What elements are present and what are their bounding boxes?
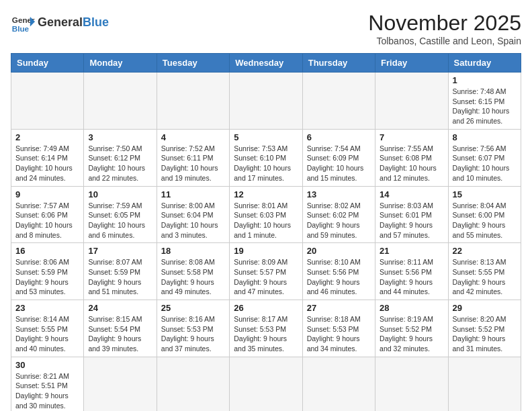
- day-number: 20: [307, 246, 371, 256]
- day-number: 21: [380, 246, 443, 256]
- calendar-cell: [11, 73, 84, 130]
- calendar-cell: 19Sunrise: 8:09 AM Sunset: 5:57 PM Dayli…: [230, 243, 302, 300]
- calendar-cell: [230, 357, 302, 411]
- day-info: Sunrise: 8:07 AM Sunset: 5:59 PM Dayligh…: [88, 257, 152, 297]
- calendar-cell: 13Sunrise: 8:02 AM Sunset: 6:02 PM Dayli…: [302, 186, 375, 243]
- location-subtitle: Tolbanos, Castille and Leon, Spain: [368, 36, 521, 46]
- day-number: 5: [234, 132, 298, 142]
- day-number: 14: [380, 189, 443, 199]
- day-number: 13: [307, 189, 371, 199]
- calendar-cell: 5Sunrise: 7:53 AM Sunset: 6:10 PM Daylig…: [230, 129, 302, 186]
- day-info: Sunrise: 8:10 AM Sunset: 5:56 PM Dayligh…: [307, 257, 371, 297]
- day-number: 30: [15, 360, 79, 370]
- day-info: Sunrise: 8:16 AM Sunset: 5:53 PM Dayligh…: [161, 314, 225, 354]
- weekday-header-friday: Friday: [375, 54, 448, 73]
- day-info: Sunrise: 7:48 AM Sunset: 6:15 PM Dayligh…: [453, 87, 517, 126]
- day-info: Sunrise: 8:13 AM Sunset: 5:55 PM Dayligh…: [453, 257, 517, 297]
- day-info: Sunrise: 8:04 AM Sunset: 6:00 PM Dayligh…: [453, 201, 517, 240]
- logo-icon: General Blue: [11, 11, 35, 35]
- day-info: Sunrise: 8:02 AM Sunset: 6:02 PM Dayligh…: [307, 201, 371, 240]
- day-info: Sunrise: 8:18 AM Sunset: 5:53 PM Dayligh…: [307, 314, 371, 354]
- calendar-cell: [84, 357, 157, 411]
- day-number: 7: [380, 132, 443, 142]
- calendar-cell: 2Sunrise: 7:49 AM Sunset: 6:14 PM Daylig…: [11, 129, 84, 186]
- day-number: 26: [234, 303, 298, 313]
- calendar-cell: [230, 73, 302, 130]
- calendar-cell: 21Sunrise: 8:11 AM Sunset: 5:56 PM Dayli…: [375, 243, 448, 300]
- calendar-cell: [157, 357, 229, 411]
- logo: General Blue GeneralBlue: [11, 11, 109, 35]
- calendar-cell: [302, 357, 375, 411]
- logo-blue-text: Blue: [83, 15, 109, 29]
- calendar-cell: 12Sunrise: 8:01 AM Sunset: 6:03 PM Dayli…: [230, 186, 302, 243]
- day-info: Sunrise: 8:11 AM Sunset: 5:56 PM Dayligh…: [380, 257, 443, 297]
- day-info: Sunrise: 8:01 AM Sunset: 6:03 PM Dayligh…: [234, 201, 298, 240]
- day-info: Sunrise: 7:56 AM Sunset: 6:07 PM Dayligh…: [453, 144, 517, 183]
- weekday-header-saturday: Saturday: [448, 54, 521, 73]
- calendar-cell: 24Sunrise: 8:15 AM Sunset: 5:54 PM Dayli…: [84, 300, 157, 357]
- day-number: 18: [161, 246, 225, 256]
- calendar-cell: 22Sunrise: 8:13 AM Sunset: 5:55 PM Dayli…: [448, 243, 521, 300]
- calendar-cell: [375, 357, 448, 411]
- calendar-cell: [375, 73, 448, 130]
- calendar-week-row: 16Sunrise: 8:06 AM Sunset: 5:59 PM Dayli…: [11, 243, 521, 300]
- calendar-cell: [302, 73, 375, 130]
- day-number: 4: [161, 132, 225, 142]
- day-info: Sunrise: 8:19 AM Sunset: 5:52 PM Dayligh…: [380, 314, 443, 354]
- calendar-cell: 14Sunrise: 8:03 AM Sunset: 6:01 PM Dayli…: [375, 186, 448, 243]
- day-number: 10: [88, 189, 152, 199]
- title-area: November 2025 Tolbanos, Castille and Leo…: [368, 11, 521, 46]
- day-info: Sunrise: 8:03 AM Sunset: 6:01 PM Dayligh…: [380, 201, 443, 240]
- day-info: Sunrise: 8:14 AM Sunset: 5:55 PM Dayligh…: [15, 314, 79, 354]
- day-number: 1: [453, 75, 517, 85]
- day-info: Sunrise: 8:15 AM Sunset: 5:54 PM Dayligh…: [88, 314, 152, 354]
- day-number: 6: [307, 132, 371, 142]
- day-info: Sunrise: 7:59 AM Sunset: 6:05 PM Dayligh…: [88, 201, 152, 240]
- day-number: 24: [88, 303, 152, 313]
- calendar-cell: 26Sunrise: 8:17 AM Sunset: 5:53 PM Dayli…: [230, 300, 302, 357]
- day-number: 9: [15, 189, 79, 199]
- calendar-cell: 16Sunrise: 8:06 AM Sunset: 5:59 PM Dayli…: [11, 243, 84, 300]
- day-info: Sunrise: 8:20 AM Sunset: 5:52 PM Dayligh…: [453, 314, 517, 354]
- calendar-cell: [84, 73, 157, 130]
- calendar-cell: 17Sunrise: 8:07 AM Sunset: 5:59 PM Dayli…: [84, 243, 157, 300]
- day-info: Sunrise: 8:06 AM Sunset: 5:59 PM Dayligh…: [15, 257, 79, 297]
- day-info: Sunrise: 7:53 AM Sunset: 6:10 PM Dayligh…: [234, 144, 298, 183]
- day-number: 2: [15, 132, 79, 142]
- day-info: Sunrise: 8:09 AM Sunset: 5:57 PM Dayligh…: [234, 257, 298, 297]
- calendar-cell: 25Sunrise: 8:16 AM Sunset: 5:53 PM Dayli…: [157, 300, 229, 357]
- calendar-cell: 15Sunrise: 8:04 AM Sunset: 6:00 PM Dayli…: [448, 186, 521, 243]
- day-info: Sunrise: 7:54 AM Sunset: 6:09 PM Dayligh…: [307, 144, 371, 183]
- calendar-week-row: 9Sunrise: 7:57 AM Sunset: 6:06 PM Daylig…: [11, 186, 521, 243]
- calendar-cell: 23Sunrise: 8:14 AM Sunset: 5:55 PM Dayli…: [11, 300, 84, 357]
- day-number: 27: [307, 303, 371, 313]
- day-info: Sunrise: 7:55 AM Sunset: 6:08 PM Dayligh…: [380, 144, 443, 183]
- day-info: Sunrise: 7:50 AM Sunset: 6:12 PM Dayligh…: [88, 144, 152, 183]
- weekday-header-wednesday: Wednesday: [230, 54, 302, 73]
- day-number: 12: [234, 189, 298, 199]
- logo-general-text: General: [38, 15, 83, 29]
- weekday-header-thursday: Thursday: [302, 54, 375, 73]
- day-info: Sunrise: 8:08 AM Sunset: 5:58 PM Dayligh…: [161, 257, 225, 297]
- calendar-cell: 28Sunrise: 8:19 AM Sunset: 5:52 PM Dayli…: [375, 300, 448, 357]
- calendar-cell: 29Sunrise: 8:20 AM Sunset: 5:52 PM Dayli…: [448, 300, 521, 357]
- day-number: 19: [234, 246, 298, 256]
- day-number: 15: [453, 189, 517, 199]
- weekday-header-monday: Monday: [84, 54, 157, 73]
- calendar-cell: 4Sunrise: 7:52 AM Sunset: 6:11 PM Daylig…: [157, 129, 229, 186]
- month-title: November 2025: [368, 11, 521, 36]
- calendar-week-row: 2Sunrise: 7:49 AM Sunset: 6:14 PM Daylig…: [11, 129, 521, 186]
- day-info: Sunrise: 8:00 AM Sunset: 6:04 PM Dayligh…: [161, 201, 225, 240]
- day-number: 28: [380, 303, 443, 313]
- svg-text:Blue: Blue: [12, 24, 30, 33]
- day-info: Sunrise: 7:57 AM Sunset: 6:06 PM Dayligh…: [15, 201, 79, 240]
- calendar: SundayMondayTuesdayWednesdayThursdayFrid…: [11, 53, 521, 411]
- calendar-cell: 3Sunrise: 7:50 AM Sunset: 6:12 PM Daylig…: [84, 129, 157, 186]
- day-number: 22: [453, 246, 517, 256]
- header: General Blue GeneralBlue November 2025 T…: [11, 11, 521, 46]
- weekday-header-tuesday: Tuesday: [157, 54, 229, 73]
- calendar-cell: 7Sunrise: 7:55 AM Sunset: 6:08 PM Daylig…: [375, 129, 448, 186]
- day-info: Sunrise: 8:17 AM Sunset: 5:53 PM Dayligh…: [234, 314, 298, 354]
- logo-text: GeneralBlue: [38, 16, 109, 30]
- calendar-cell: 11Sunrise: 8:00 AM Sunset: 6:04 PM Dayli…: [157, 186, 229, 243]
